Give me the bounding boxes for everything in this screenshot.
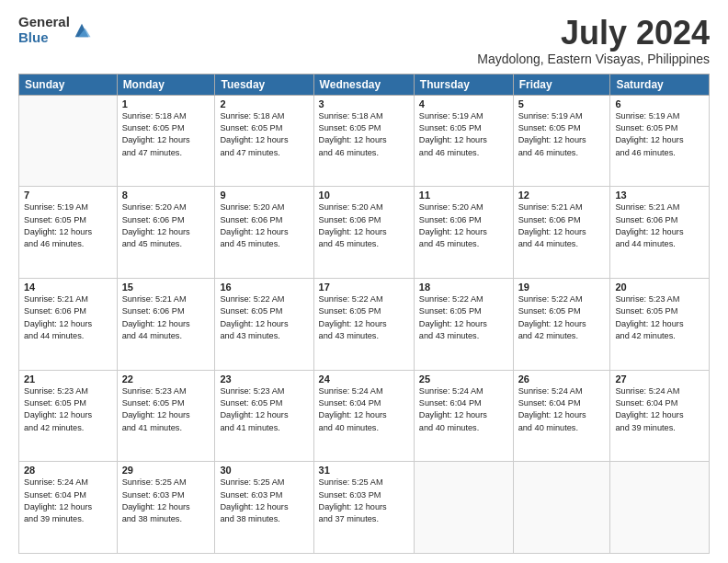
logo-blue: Blue	[18, 30, 70, 46]
calendar-cell: 3Sunrise: 5:18 AM Sunset: 6:05 PM Daylig…	[313, 95, 414, 187]
calendar-day-header: Sunday	[19, 74, 118, 95]
calendar-cell: 27Sunrise: 5:24 AM Sunset: 6:04 PM Dayli…	[610, 370, 710, 462]
calendar-cell	[610, 462, 710, 554]
calendar-day-header: Thursday	[414, 74, 513, 95]
day-number: 15	[122, 282, 210, 293]
calendar-cell: 6Sunrise: 5:19 AM Sunset: 6:05 PM Daylig…	[610, 95, 710, 187]
calendar-cell: 2Sunrise: 5:18 AM Sunset: 6:05 PM Daylig…	[215, 95, 313, 187]
calendar-cell: 4Sunrise: 5:19 AM Sunset: 6:05 PM Daylig…	[414, 95, 513, 187]
day-info: Sunrise: 5:24 AM Sunset: 6:04 PM Dayligh…	[319, 385, 409, 434]
day-info: Sunrise: 5:20 AM Sunset: 6:06 PM Dayligh…	[122, 201, 210, 250]
day-info: Sunrise: 5:18 AM Sunset: 6:05 PM Dayligh…	[122, 110, 210, 159]
day-number: 8	[122, 190, 210, 201]
calendar-cell: 20Sunrise: 5:23 AM Sunset: 6:05 PM Dayli…	[610, 278, 710, 370]
calendar-day-header: Saturday	[610, 74, 710, 95]
calendar-cell: 1Sunrise: 5:18 AM Sunset: 6:05 PM Daylig…	[117, 95, 215, 187]
calendar-body: 1Sunrise: 5:18 AM Sunset: 6:05 PM Daylig…	[19, 95, 710, 553]
day-info: Sunrise: 5:24 AM Sunset: 6:04 PM Dayligh…	[24, 477, 112, 525]
day-number: 11	[419, 190, 508, 201]
day-number: 26	[518, 373, 606, 385]
day-info: Sunrise: 5:23 AM Sunset: 6:05 PM Dayligh…	[615, 293, 704, 342]
day-number: 13	[615, 190, 704, 201]
calendar-cell: 26Sunrise: 5:24 AM Sunset: 6:04 PM Dayli…	[513, 370, 610, 462]
calendar-day-header: Monday	[117, 74, 215, 95]
day-info: Sunrise: 5:22 AM Sunset: 6:05 PM Dayligh…	[220, 293, 308, 342]
day-number: 28	[24, 465, 112, 476]
calendar-week-row: 28Sunrise: 5:24 AM Sunset: 6:04 PM Dayli…	[19, 462, 710, 554]
logo-icon	[72, 20, 92, 40]
day-number: 27	[615, 373, 704, 385]
calendar-day-header: Wednesday	[313, 74, 414, 95]
calendar-cell: 12Sunrise: 5:21 AM Sunset: 6:06 PM Dayli…	[513, 187, 610, 279]
day-info: Sunrise: 5:20 AM Sunset: 6:06 PM Dayligh…	[319, 201, 409, 250]
day-info: Sunrise: 5:20 AM Sunset: 6:06 PM Dayligh…	[419, 201, 508, 250]
day-info: Sunrise: 5:21 AM Sunset: 6:06 PM Dayligh…	[518, 201, 606, 250]
day-info: Sunrise: 5:21 AM Sunset: 6:06 PM Dayligh…	[122, 293, 210, 342]
day-info: Sunrise: 5:25 AM Sunset: 6:03 PM Dayligh…	[220, 477, 308, 525]
calendar-cell: 28Sunrise: 5:24 AM Sunset: 6:04 PM Dayli…	[19, 462, 118, 554]
calendar-cell	[414, 462, 513, 554]
title-block: July 2024 Maydolong, Eastern Visayas, Ph…	[477, 15, 710, 66]
day-info: Sunrise: 5:23 AM Sunset: 6:05 PM Dayligh…	[220, 385, 308, 434]
day-number: 1	[122, 98, 210, 109]
calendar-table: SundayMondayTuesdayWednesdayThursdayFrid…	[18, 74, 710, 554]
day-info: Sunrise: 5:21 AM Sunset: 6:06 PM Dayligh…	[24, 293, 112, 342]
calendar-cell: 17Sunrise: 5:22 AM Sunset: 6:05 PM Dayli…	[313, 278, 414, 370]
day-info: Sunrise: 5:24 AM Sunset: 6:04 PM Dayligh…	[518, 385, 606, 434]
day-info: Sunrise: 5:19 AM Sunset: 6:05 PM Dayligh…	[615, 110, 704, 159]
calendar-cell: 14Sunrise: 5:21 AM Sunset: 6:06 PM Dayli…	[19, 278, 118, 370]
day-info: Sunrise: 5:18 AM Sunset: 6:05 PM Dayligh…	[319, 110, 409, 159]
day-number: 6	[615, 98, 704, 109]
calendar-cell: 11Sunrise: 5:20 AM Sunset: 6:06 PM Dayli…	[414, 187, 513, 279]
day-info: Sunrise: 5:24 AM Sunset: 6:04 PM Dayligh…	[615, 385, 704, 434]
day-number: 22	[122, 373, 210, 385]
calendar-cell: 18Sunrise: 5:22 AM Sunset: 6:05 PM Dayli…	[414, 278, 513, 370]
day-number: 29	[122, 465, 210, 476]
day-number: 10	[319, 190, 409, 201]
day-number: 17	[319, 282, 409, 293]
day-number: 24	[319, 373, 409, 385]
calendar-week-row: 1Sunrise: 5:18 AM Sunset: 6:05 PM Daylig…	[19, 95, 710, 187]
calendar-cell: 19Sunrise: 5:22 AM Sunset: 6:05 PM Dayli…	[513, 278, 610, 370]
day-number: 12	[518, 190, 606, 201]
day-number: 7	[24, 190, 112, 201]
calendar-cell: 8Sunrise: 5:20 AM Sunset: 6:06 PM Daylig…	[117, 187, 215, 279]
day-number: 18	[419, 282, 508, 293]
calendar-cell	[513, 462, 610, 554]
logo-text: General Blue	[18, 15, 70, 45]
day-number: 14	[24, 282, 112, 293]
day-number: 9	[220, 190, 308, 201]
day-info: Sunrise: 5:22 AM Sunset: 6:05 PM Dayligh…	[319, 293, 409, 342]
day-info: Sunrise: 5:21 AM Sunset: 6:06 PM Dayligh…	[615, 201, 704, 250]
logo-general: General	[18, 15, 70, 30]
calendar-cell: 5Sunrise: 5:19 AM Sunset: 6:05 PM Daylig…	[513, 95, 610, 187]
day-number: 5	[518, 98, 606, 109]
page: General Blue July 2024 Maydolong, Easter…	[0, 0, 728, 563]
day-number: 30	[220, 465, 308, 476]
day-number: 3	[319, 98, 409, 109]
calendar-week-row: 14Sunrise: 5:21 AM Sunset: 6:06 PM Dayli…	[19, 278, 710, 370]
header: General Blue July 2024 Maydolong, Easter…	[18, 15, 710, 66]
day-info: Sunrise: 5:19 AM Sunset: 6:05 PM Dayligh…	[518, 110, 606, 159]
day-number: 23	[220, 373, 308, 385]
calendar-cell: 24Sunrise: 5:24 AM Sunset: 6:04 PM Dayli…	[313, 370, 414, 462]
calendar-cell: 10Sunrise: 5:20 AM Sunset: 6:06 PM Dayli…	[313, 187, 414, 279]
day-number: 31	[319, 465, 409, 476]
calendar-header-row: SundayMondayTuesdayWednesdayThursdayFrid…	[19, 74, 710, 95]
calendar-cell: 29Sunrise: 5:25 AM Sunset: 6:03 PM Dayli…	[117, 462, 215, 554]
calendar-day-header: Tuesday	[215, 74, 313, 95]
day-number: 16	[220, 282, 308, 293]
calendar-cell: 9Sunrise: 5:20 AM Sunset: 6:06 PM Daylig…	[215, 187, 313, 279]
day-info: Sunrise: 5:23 AM Sunset: 6:05 PM Dayligh…	[122, 385, 210, 434]
day-info: Sunrise: 5:25 AM Sunset: 6:03 PM Dayligh…	[319, 477, 409, 525]
day-info: Sunrise: 5:22 AM Sunset: 6:05 PM Dayligh…	[419, 293, 508, 342]
day-number: 21	[24, 373, 112, 385]
day-info: Sunrise: 5:25 AM Sunset: 6:03 PM Dayligh…	[122, 477, 210, 525]
calendar-cell: 23Sunrise: 5:23 AM Sunset: 6:05 PM Dayli…	[215, 370, 313, 462]
day-number: 20	[615, 282, 704, 293]
subtitle: Maydolong, Eastern Visayas, Philippines	[477, 52, 710, 66]
day-number: 19	[518, 282, 606, 293]
calendar-cell: 7Sunrise: 5:19 AM Sunset: 6:05 PM Daylig…	[19, 187, 118, 279]
calendar-cell: 13Sunrise: 5:21 AM Sunset: 6:06 PM Dayli…	[610, 187, 710, 279]
day-info: Sunrise: 5:19 AM Sunset: 6:05 PM Dayligh…	[419, 110, 508, 159]
